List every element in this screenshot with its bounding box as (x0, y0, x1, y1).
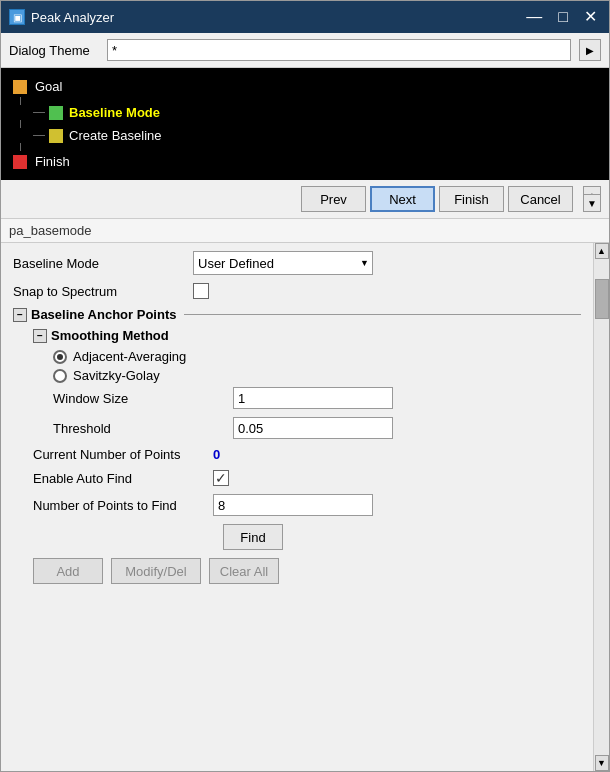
find-btn-row: Find (33, 524, 581, 550)
radio-adjacent[interactable] (53, 350, 67, 364)
add-button[interactable]: Add (33, 558, 103, 584)
anchor-points-header: − Baseline Anchor Points (13, 307, 581, 322)
window-size-row: Window Size (53, 387, 581, 409)
num-points-input[interactable] (213, 494, 373, 516)
smoothing-header: − Smoothing Method (33, 328, 581, 343)
svg-rect-2 (49, 129, 63, 143)
content-area: Baseline Mode User Defined None Constant… (1, 243, 609, 771)
scrollbar-thumb[interactable] (595, 279, 609, 319)
tree-item-create-baseline[interactable]: Create Baseline (13, 128, 597, 143)
enable-auto-row: Enable Auto Find ✓ (33, 470, 581, 486)
num-points-row: Number of Points to Find (33, 494, 581, 516)
cancel-button[interactable]: Cancel (508, 186, 573, 212)
section-label: pa_basemode (1, 219, 609, 243)
threshold-row: Threshold (53, 417, 581, 439)
window-size-label: Window Size (53, 391, 233, 406)
modify-del-button[interactable]: Modify/Del (111, 558, 201, 584)
smoothing-label: Smoothing Method (51, 328, 169, 343)
titlebar-controls: — □ ✕ (522, 9, 601, 25)
enable-auto-checkbox[interactable]: ✓ (213, 470, 229, 486)
smoothing-content: Adjacent-Averaging Savitzky-Golay Window… (33, 349, 581, 439)
tree-item-finish[interactable]: Finish (13, 151, 597, 172)
radio-savitzky-row[interactable]: Savitzky-Golay (53, 368, 581, 383)
svg-rect-0 (13, 80, 27, 94)
snap-to-spectrum-label: Snap to Spectrum (13, 284, 193, 299)
find-button[interactable]: Find (223, 524, 283, 550)
nav-row: Prev Next Finish Cancel ▲ ▼ (1, 180, 609, 219)
anchor-points-collapse-icon[interactable]: − (13, 308, 27, 322)
close-button[interactable]: ✕ (580, 9, 601, 25)
window-size-input[interactable] (233, 387, 393, 409)
radio-savitzky-label: Savitzky-Golay (73, 368, 160, 383)
dialog-theme-input[interactable] (107, 39, 571, 61)
goal-icon (13, 80, 27, 94)
radio-adjacent-label: Adjacent-Averaging (73, 349, 186, 364)
bottom-btn-row: Add Modify/Del Clear All (33, 558, 581, 584)
scroll-down-arrow[interactable]: ▼ (595, 755, 609, 771)
baseline-mode-row: Baseline Mode User Defined None Constant… (13, 251, 581, 275)
titlebar-left: ▣ Peak Analyzer (9, 9, 114, 25)
maximize-button[interactable]: □ (554, 9, 572, 25)
create-baseline-icon (49, 129, 63, 143)
titlebar: ▣ Peak Analyzer — □ ✕ (1, 1, 609, 33)
svg-rect-1 (49, 106, 63, 120)
current-points-label: Current Number of Points (33, 447, 213, 462)
snap-to-spectrum-row: Snap to Spectrum (13, 283, 581, 299)
scrollbar: ▲ ▼ (593, 243, 609, 771)
baseline-mode-select[interactable]: User Defined None Constant Linear (193, 251, 373, 275)
scroll-down-button[interactable]: ▼ (583, 194, 601, 212)
baseline-mode-icon (49, 106, 63, 120)
tree-item-goal[interactable]: Goal (13, 76, 597, 97)
dialog-theme-arrow-button[interactable]: ▶ (579, 39, 601, 61)
prev-button[interactable]: Prev (301, 186, 366, 212)
current-points-row: Current Number of Points 0 (33, 447, 581, 462)
tree-item-finish-label: Finish (35, 154, 70, 169)
svg-rect-3 (13, 155, 27, 169)
main-content: Baseline Mode User Defined None Constant… (1, 243, 593, 771)
smoothing-collapse-icon[interactable]: − (33, 329, 47, 343)
anchor-points-line (184, 314, 581, 315)
threshold-label: Threshold (53, 421, 233, 436)
dialog-theme-label: Dialog Theme (9, 43, 99, 58)
minimize-button[interactable]: — (522, 9, 546, 25)
app-icon: ▣ (9, 9, 25, 25)
baseline-mode-select-wrapper: User Defined None Constant Linear (193, 251, 373, 275)
anchor-points-content: − Smoothing Method Adjacent-Averaging Sa… (13, 328, 581, 584)
window-title: Peak Analyzer (31, 10, 114, 25)
radio-adjacent-row[interactable]: Adjacent-Averaging (53, 349, 581, 364)
finish-button[interactable]: Finish (439, 186, 504, 212)
anchor-points-label: Baseline Anchor Points (31, 307, 176, 322)
dialog-theme-row: Dialog Theme ▶ (1, 33, 609, 68)
tree-panel: Goal Baseline Mode Create Baseline (1, 68, 609, 180)
tree-item-baseline-mode[interactable]: Baseline Mode (13, 105, 597, 120)
scroll-up-arrow[interactable]: ▲ (595, 243, 609, 259)
radio-savitzky[interactable] (53, 369, 67, 383)
clear-all-button[interactable]: Clear All (209, 558, 279, 584)
current-points-value: 0 (213, 447, 220, 462)
snap-to-spectrum-checkbox[interactable] (193, 283, 209, 299)
next-button[interactable]: Next (370, 186, 435, 212)
finish-icon (13, 155, 27, 169)
tree-item-baseline-mode-label: Baseline Mode (69, 105, 160, 120)
tree-item-create-baseline-label: Create Baseline (69, 128, 162, 143)
num-points-label: Number of Points to Find (33, 498, 213, 513)
peak-analyzer-window: ▣ Peak Analyzer — □ ✕ Dialog Theme ▶ Goa… (0, 0, 610, 772)
tree-item-goal-label: Goal (35, 79, 62, 94)
enable-auto-label: Enable Auto Find (33, 471, 213, 486)
baseline-mode-label: Baseline Mode (13, 256, 193, 271)
threshold-input[interactable] (233, 417, 393, 439)
